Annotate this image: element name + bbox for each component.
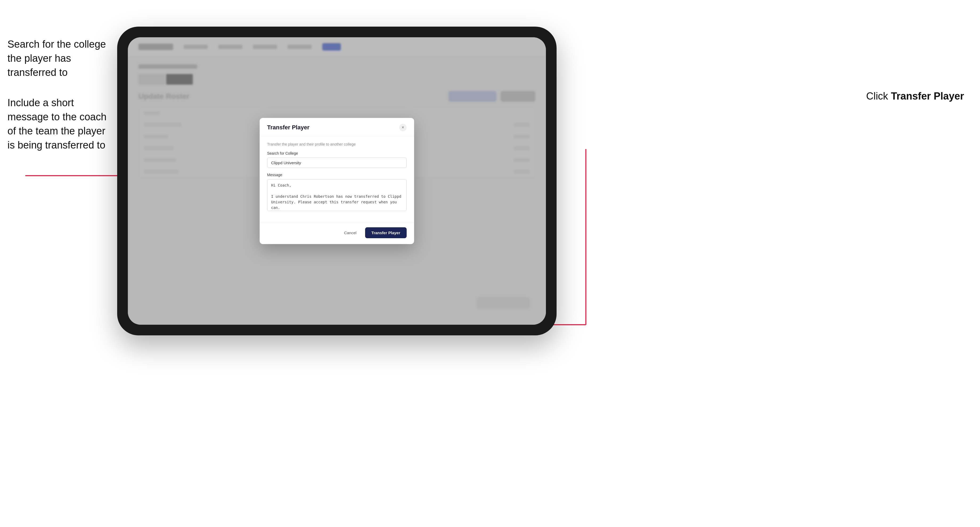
- annotation-search-text: Search for the college the player has tr…: [8, 37, 109, 80]
- message-textarea[interactable]: Hi Coach, I understand Chris Robertson h…: [267, 179, 407, 211]
- search-college-input[interactable]: [267, 157, 407, 168]
- annotation-left: Search for the college the player has tr…: [8, 37, 109, 168]
- modal-title: Transfer Player: [267, 124, 309, 131]
- annotation-transfer-label: Transfer Player: [891, 90, 964, 102]
- modal-subtitle: Transfer the player and their profile to…: [267, 142, 407, 146]
- modal-header: Transfer Player ×: [259, 118, 414, 136]
- annotation-click-label: Click: [866, 90, 891, 102]
- transfer-player-modal: Transfer Player × Transfer the player an…: [259, 118, 414, 244]
- ipad-screen: Update Roster: [128, 37, 546, 325]
- ipad-device: Update Roster: [117, 27, 557, 335]
- cancel-button[interactable]: Cancel: [340, 228, 361, 238]
- search-college-label: Search for College: [267, 151, 407, 156]
- modal-close-button[interactable]: ×: [399, 124, 407, 131]
- message-group: Message Hi Coach, I understand Chris Rob…: [267, 173, 407, 212]
- message-label: Message: [267, 173, 407, 177]
- annotation-message-text: Include a short message to the coach of …: [8, 96, 109, 152]
- search-college-group: Search for College: [267, 151, 407, 168]
- modal-footer: Cancel Transfer Player: [259, 223, 414, 244]
- modal-overlay: Transfer Player × Transfer the player an…: [128, 37, 546, 325]
- annotation-right: Click Transfer Player: [866, 90, 964, 102]
- transfer-player-button[interactable]: Transfer Player: [365, 227, 407, 238]
- modal-body: Transfer the player and their profile to…: [259, 136, 414, 223]
